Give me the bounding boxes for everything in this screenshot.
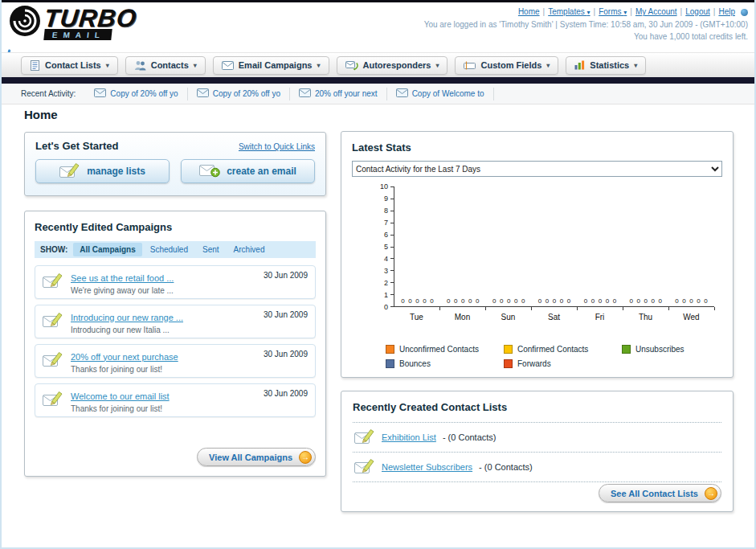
- chevron-down-icon: ▾: [435, 62, 439, 69]
- contact-list-detail: - (0 Contacts): [443, 432, 497, 442]
- chart-bar-group: 00000: [577, 186, 623, 306]
- bar-value-label: 0: [675, 297, 678, 305]
- filter-scheduled[interactable]: Scheduled: [144, 243, 194, 256]
- bar-value-label: 0: [560, 297, 563, 305]
- campaign-row[interactable]: Introducing our new range ...Introducing…: [35, 305, 316, 338]
- recent-activity-item[interactable]: Copy of 20% off yo: [188, 88, 290, 100]
- bar-value-label: 0: [658, 297, 661, 305]
- contact-activity-chart: 109876543210 000000000000000000000000000…: [352, 183, 722, 332]
- campaign-title-link[interactable]: See us at the retail food ...: [71, 273, 174, 283]
- campaign-title-link[interactable]: Welcome to our email list: [71, 391, 170, 401]
- envelope-plus-icon: [199, 163, 220, 180]
- bar-value-label: 0: [476, 297, 479, 305]
- nav-tab-contact-lists[interactable]: Contact Lists▾: [21, 56, 118, 75]
- contact-list-link[interactable]: Exhibition List: [382, 432, 436, 442]
- manage-lists-button[interactable]: manage lists: [35, 159, 170, 183]
- chevron-down-icon: ▾: [623, 9, 627, 16]
- filter-all-campaigns[interactable]: All Campaigns: [73, 243, 141, 256]
- nav-tab-statistics[interactable]: Statistics▾: [566, 56, 646, 75]
- logo-primary-text: TURBO: [43, 6, 137, 31]
- filter-archived[interactable]: Archived: [227, 243, 272, 256]
- y-tick-label: 1: [384, 291, 388, 299]
- autoresponders-icon: [345, 60, 358, 71]
- header: TURBO EMAIL Home|Templates ▾|Forms ▾|My …: [2, 2, 754, 52]
- campaign-date: 30 Jun 2009: [264, 305, 308, 319]
- campaign-date: 30 Jun 2009: [264, 384, 308, 398]
- campaign-edit-icon: [43, 312, 63, 331]
- nav-tab-label: Contacts: [151, 60, 189, 70]
- recent-activity-link[interactable]: Copy of 20% off yo: [213, 89, 280, 98]
- top-link-forms[interactable]: Forms ▾: [599, 7, 627, 16]
- link-separator: |: [680, 7, 683, 16]
- legend-swatch: [504, 345, 513, 354]
- y-tick-mark: [390, 270, 394, 271]
- switch-quick-links-link[interactable]: Switch to Quick Links: [239, 142, 315, 151]
- campaign-row[interactable]: 20% off your next purchaseThanks for joi…: [35, 344, 316, 378]
- bar-value-label: 0: [507, 297, 510, 305]
- see-all-contact-lists-button[interactable]: See All Contact Lists →: [599, 484, 721, 502]
- top-link-help[interactable]: Help: [718, 7, 735, 16]
- link-separator: |: [594, 7, 596, 16]
- latest-stats-title: Latest Stats: [352, 141, 411, 154]
- nav-tab-custom-fields[interactable]: Custom Fields▾: [455, 56, 558, 75]
- top-link-home[interactable]: Home: [518, 7, 540, 16]
- header-right: Home|Templates ▾|Forms ▾|My Account|Logo…: [424, 6, 748, 43]
- get-started-panel: Let's Get Started Switch to Quick Links …: [24, 132, 326, 196]
- campaign-title-link[interactable]: 20% off your next purchase: [71, 352, 178, 362]
- recent-activity-item[interactable]: Copy of Welcome to: [387, 88, 494, 100]
- nav-tab-label: Custom Fields: [480, 60, 541, 70]
- campaign-subtitle: Thanks for joining our list!: [71, 404, 170, 413]
- view-all-campaigns-button[interactable]: View All Campaigns →: [197, 448, 316, 466]
- campaign-subtitle: We're giving away our late ...: [71, 286, 174, 295]
- campaign-title-link[interactable]: Introducing our new range ...: [71, 313, 183, 322]
- nav-tab-label: Contact Lists: [45, 60, 101, 70]
- nav-tab-contacts[interactable]: Contacts▾: [125, 56, 206, 75]
- y-tick-mark: [390, 211, 394, 211]
- chart-bar-group: 00000: [623, 186, 668, 306]
- chevron-down-icon: ▾: [546, 62, 550, 69]
- legend-item: Confirmed Contacts: [504, 345, 622, 354]
- link-separator: |: [630, 7, 632, 16]
- top-link-templates[interactable]: Templates ▾: [548, 7, 590, 16]
- bar-value-label: 0: [423, 297, 426, 305]
- top-edge: [2, 0, 754, 2]
- top-link-my-account[interactable]: My Account: [635, 7, 677, 16]
- campaign-row[interactable]: See us at the retail food ...We're givin…: [35, 265, 316, 299]
- filter-sent[interactable]: Sent: [196, 243, 226, 256]
- recent-activity-item[interactable]: Copy of 20% off yo: [85, 88, 187, 100]
- recent-activity-link[interactable]: Copy of Welcome to: [412, 89, 484, 98]
- bar-value-label: 0: [704, 297, 707, 305]
- recent-activity-item[interactable]: 20% off your next: [290, 88, 387, 100]
- link-separator: |: [713, 7, 716, 16]
- campaign-row[interactable]: Welcome to our email listThanks for join…: [35, 383, 316, 417]
- contact-lists-title: Recently Created Contact Lists: [353, 401, 507, 413]
- y-tick-mark: [390, 282, 394, 283]
- top-link-logout[interactable]: Logout: [685, 7, 710, 16]
- chart-bar-group: 00000: [532, 186, 578, 306]
- logo-secondary-text: EMAIL: [43, 29, 112, 40]
- nav-tab-label: Email Campaigns: [239, 60, 313, 70]
- y-tick-mark: [390, 247, 394, 248]
- bar-value-label: 0: [689, 297, 693, 305]
- help-icon[interactable]: [741, 9, 748, 16]
- recent-activity-link[interactable]: 20% off your next: [315, 89, 378, 98]
- nav-tab-autoresponders[interactable]: Autoresponders▾: [337, 56, 448, 75]
- create-email-button[interactable]: create an email: [181, 159, 315, 183]
- x-axis-label: Fri: [577, 313, 623, 322]
- contact-list-link[interactable]: Newsletter Subscribers: [382, 462, 472, 472]
- stats-activity-select[interactable]: Contact Activity for the Last 7 Days: [352, 161, 722, 177]
- x-axis-label: Wed: [668, 313, 714, 322]
- recent-activity-link[interactable]: Copy of 20% off yo: [110, 89, 178, 98]
- contact-list-row[interactable]: Newsletter Subscribers- (0 Contacts): [353, 452, 721, 481]
- bar-value-label: 0: [415, 297, 419, 305]
- contact-list-row[interactable]: Exhibition List- (0 Contacts): [353, 422, 721, 452]
- envelope-icon: [299, 88, 311, 99]
- y-tick-mark: [390, 235, 394, 236]
- x-axis-label: Tue: [394, 313, 439, 322]
- app-logo[interactable]: TURBO EMAIL: [8, 4, 137, 41]
- y-tick-label: 7: [384, 219, 388, 227]
- arrow-right-icon: →: [299, 451, 312, 464]
- nav-tab-email-campaigns[interactable]: Email Campaigns▾: [213, 56, 329, 75]
- bar-value-label: 0: [553, 297, 556, 305]
- chevron-down-icon: ▾: [106, 62, 109, 69]
